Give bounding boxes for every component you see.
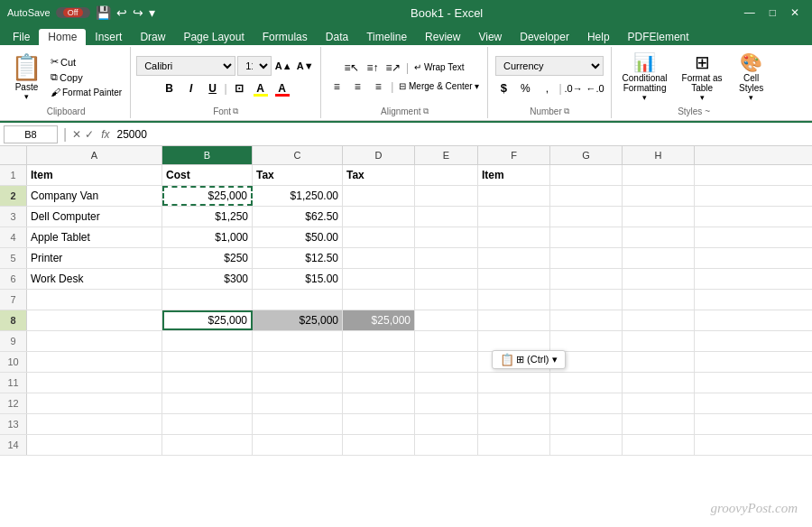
cell-C13[interactable] [253,414,343,434]
border-button[interactable]: ⊡ [229,79,249,98]
cell-H1[interactable] [623,165,695,185]
cell-C4[interactable]: $50.00 [253,227,343,247]
align-top-right-btn[interactable]: ≡↗ [383,60,403,76]
cell-B7[interactable] [162,290,253,310]
cell-F5[interactable] [478,248,550,268]
tab-home[interactable]: Home [39,29,86,45]
cell-E1[interactable] [415,165,478,185]
col-header-E[interactable]: E [415,146,478,164]
cell-F13[interactable] [478,414,550,434]
cell-G6[interactable] [550,269,623,289]
conditional-formatting-btn[interactable]: 📊 ConditionalFormatting ▾ [617,50,673,104]
redo-icon[interactable]: ↪ [133,5,143,20]
bold-button[interactable]: B [160,79,180,98]
cell-D7[interactable] [343,290,415,310]
cell-E10[interactable] [415,352,478,372]
font-color-button[interactable]: A [272,79,292,98]
align-right-btn[interactable]: ≡ [368,79,388,95]
tab-developer[interactable]: Developer [511,29,578,45]
cell-C9[interactable] [253,331,343,351]
cell-E8[interactable] [415,310,478,330]
cell-D14[interactable] [343,435,415,455]
tab-review[interactable]: Review [416,29,469,45]
cell-H13[interactable] [623,414,695,434]
cell-B4[interactable]: $1,000 [162,227,253,247]
cell-A14[interactable] [27,435,162,455]
minimize-btn[interactable]: — [739,6,761,19]
percent-btn[interactable]: % [515,79,535,98]
comma-btn[interactable]: , [537,79,557,98]
cell-H14[interactable] [623,435,695,455]
cell-E5[interactable] [415,248,478,268]
cell-C14[interactable] [253,435,343,455]
cell-H12[interactable] [623,393,695,413]
cell-F14[interactable] [478,435,550,455]
cell-D6[interactable] [343,269,415,289]
font-name-select[interactable]: Calibri [136,56,235,76]
cell-styles-btn[interactable]: 🎨 CellStyles ▾ [732,50,771,104]
cell-B1[interactable]: Cost [162,165,253,185]
maximize-btn[interactable]: □ [764,6,781,19]
cell-A10[interactable] [27,352,162,372]
tab-formulas[interactable]: Formulas [254,29,317,45]
cell-D1[interactable]: Tax [343,165,415,185]
format-painter-button[interactable]: 🖌Format Painter [48,86,125,98]
cell-E13[interactable] [415,414,478,434]
cell-A4[interactable]: Apple Tablet [27,227,162,247]
cell-G5[interactable] [550,248,623,268]
cell-H6[interactable] [623,269,695,289]
cell-E9[interactable] [415,331,478,351]
cell-B12[interactable] [162,393,253,413]
cell-G3[interactable] [550,207,623,227]
cell-A11[interactable] [27,373,162,393]
cell-B3[interactable]: $1,250 [162,207,253,227]
cell-H8[interactable] [623,310,695,330]
cell-D12[interactable] [343,393,415,413]
cell-A2[interactable]: Company Van [27,186,162,206]
cell-C8[interactable]: $25,000 [253,310,343,330]
col-header-A[interactable]: A [27,146,162,164]
cell-G8[interactable] [550,310,623,330]
cell-F1[interactable]: Item [478,165,550,185]
fill-color-button[interactable]: A [251,79,271,98]
cell-G13[interactable] [550,414,623,434]
cell-C2[interactable]: $1,250.00 [253,186,343,206]
cell-E4[interactable] [415,227,478,247]
paste-ctrl-tooltip[interactable]: 📋 ⊞ (Ctrl) ▾ [492,350,566,369]
close-btn[interactable]: ✕ [785,6,805,19]
cell-D13[interactable] [343,414,415,434]
save-icon[interactable]: 💾 [96,5,111,20]
cell-D8[interactable]: $25,000 [343,310,415,330]
cell-A6[interactable]: Work Desk [27,269,162,289]
cell-D4[interactable] [343,227,415,247]
cell-B8[interactable]: $25,000 [162,310,253,330]
cell-D11[interactable] [343,373,415,393]
more-tools-icon[interactable]: ▾ [149,5,155,20]
tab-insert[interactable]: Insert [86,29,131,45]
cell-H10[interactable] [623,352,695,372]
cell-C1[interactable]: Tax [253,165,343,185]
cell-G12[interactable] [550,393,623,413]
formula-input[interactable] [117,125,809,143]
cell-C11[interactable] [253,373,343,393]
align-center-btn[interactable]: ≡ [347,79,367,95]
cell-E2[interactable] [415,186,478,206]
copy-button[interactable]: ⧉Copy [48,70,125,84]
format-as-table-btn[interactable]: ⊞ Format asTable ▾ [677,50,728,104]
decrease-decimal-btn[interactable]: .0→ [564,79,584,98]
cell-H7[interactable] [623,290,695,310]
underline-button[interactable]: U [203,79,223,98]
cell-E12[interactable] [415,393,478,413]
font-size-select[interactable]: 11 [237,56,272,76]
cell-F2[interactable] [478,186,550,206]
cell-E11[interactable] [415,373,478,393]
cell-E6[interactable] [415,269,478,289]
align-top-left-btn[interactable]: ≡↖ [342,60,362,76]
cell-A9[interactable] [27,331,162,351]
cell-G1[interactable] [550,165,623,185]
cell-A12[interactable] [27,393,162,413]
cell-C6[interactable]: $15.00 [253,269,343,289]
cell-D5[interactable] [343,248,415,268]
cell-A5[interactable]: Printer [27,248,162,268]
wrap-text-btn[interactable]: ↵ Wrap Text [411,60,466,76]
